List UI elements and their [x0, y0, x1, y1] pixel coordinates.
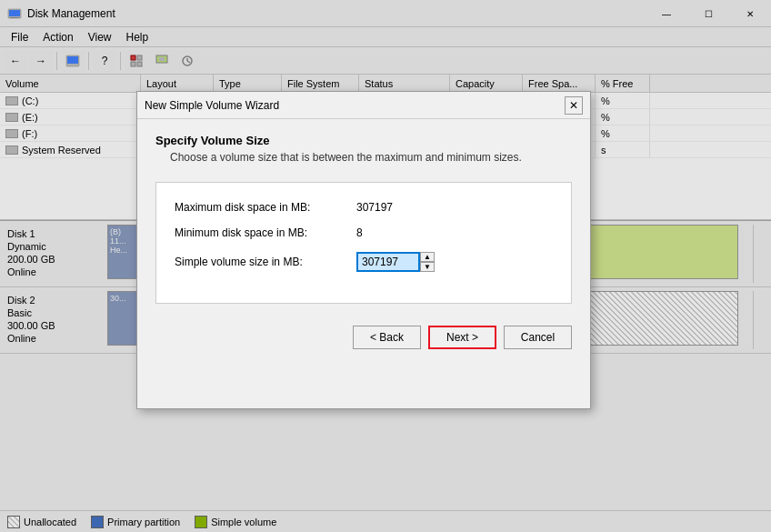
spinner-buttons: ▲ ▼ — [420, 252, 435, 272]
field-max-label: Maximum disk space in MB: — [175, 201, 356, 214]
volume-size-spinner: ▲ ▼ — [356, 252, 435, 272]
wizard-subtitle: Choose a volume size that is between the… — [170, 151, 572, 164]
field-size-label: Simple volume size in MB: — [175, 256, 356, 268]
field-min-value: 8 — [356, 226, 363, 239]
form-row-max: Maximum disk space in MB: 307197 — [175, 201, 553, 214]
spinner-up[interactable]: ▲ — [420, 252, 435, 262]
modal-title-bar: New Simple Volume Wizard ✕ — [137, 92, 590, 119]
wizard-title: Specify Volume Size — [155, 134, 572, 147]
volume-size-input[interactable] — [356, 252, 420, 272]
next-button[interactable]: Next > — [428, 326, 496, 349]
field-min-label: Minimum disk space in MB: — [175, 226, 356, 239]
form-row-size: Simple volume size in MB: ▲ ▼ — [175, 252, 553, 272]
modal-overlay: New Simple Volume Wizard ✕ Specify Volum… — [0, 0, 771, 532]
modal-close-button[interactable]: ✕ — [565, 96, 583, 115]
back-button[interactable]: < Back — [353, 326, 421, 349]
modal-title: New Simple Volume Wizard — [145, 99, 565, 112]
wizard-modal: New Simple Volume Wizard ✕ Specify Volum… — [136, 91, 591, 409]
wizard-header: Specify Volume Size Choose a volume size… — [155, 134, 572, 164]
wizard-body: Maximum disk space in MB: 307197 Minimum… — [155, 182, 572, 304]
spinner-down[interactable]: ▼ — [420, 262, 435, 272]
field-max-value: 307197 — [356, 201, 393, 214]
cancel-button[interactable]: Cancel — [504, 326, 572, 349]
modal-footer: < Back Next > Cancel — [155, 318, 572, 353]
modal-content: Specify Volume Size Choose a volume size… — [137, 119, 590, 367]
form-row-min: Minimum disk space in MB: 8 — [175, 226, 553, 239]
